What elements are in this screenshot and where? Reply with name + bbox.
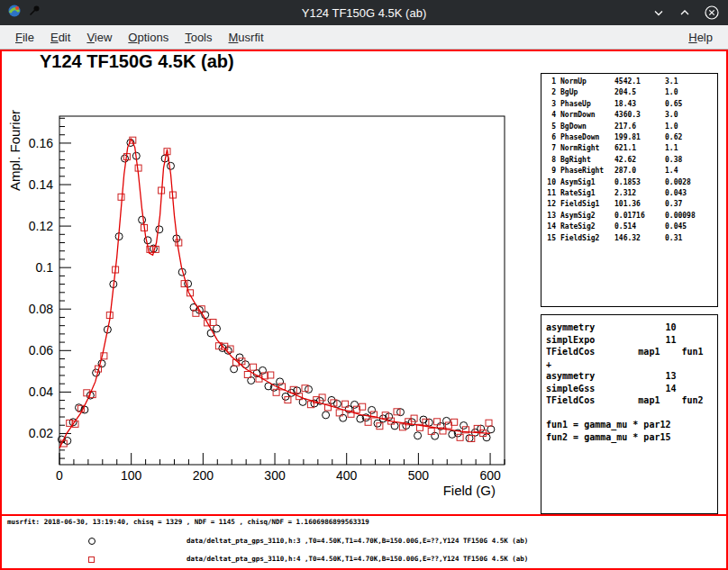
menu-item-help[interactable]: Help [680,31,721,44]
titlebar: Y124 TF150G 4.5K (ab) [0,0,728,25]
menu-item-musrfit[interactable]: Musrfit [221,31,272,44]
pin-icon [28,5,41,21]
legend-label: data/deltat_pta_gps_3110,h:4 ,T0=4.50K,T… [187,555,528,563]
menu-item-edit[interactable]: Edit [42,31,78,44]
close-button[interactable] [704,5,720,21]
maximize-button[interactable] [678,5,692,20]
minimize-button[interactable] [651,5,666,20]
legend-label: data/deltat_pta_gps_3110,h:3 ,T0=4.50K,T… [187,537,528,545]
legend-row: data/deltat_pta_gps_3110,h:4 ,T0=4.50K,T… [2,554,726,565]
legend: data/deltat_pta_gps_3110,h:3 ,T0=4.50K,T… [2,51,726,568]
menubar: FileEditViewOptionsToolsMusrfitHelp [0,25,728,50]
menu-item-file[interactable]: File [7,31,42,44]
app-icon[interactable] [7,4,22,22]
menu-item-tools[interactable]: Tools [177,31,220,44]
root-canvas[interactable]: Y124 TF150G 4.5K (ab) 010020030040050060… [0,50,728,570]
window-title: Y124 TF150G 4.5K (ab) [0,6,728,20]
legend-row: data/deltat_pta_gps_3110,h:3 ,T0=4.50K,T… [2,536,726,547]
legend-marker-circle [88,538,96,545]
legend-marker-square [88,556,95,563]
menu-item-view[interactable]: View [78,31,120,44]
menu-item-options[interactable]: Options [120,31,177,44]
